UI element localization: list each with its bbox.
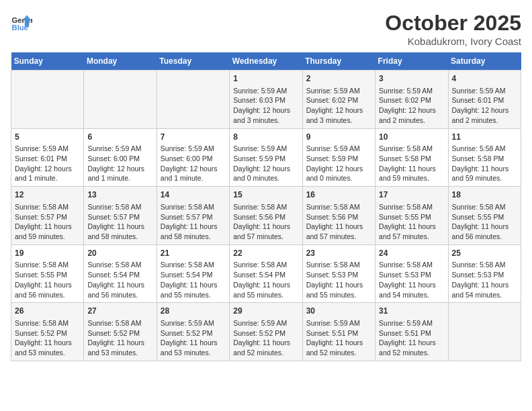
day-info: Sunrise: 5:58 AM <box>452 144 517 154</box>
weekday-header-wednesday: Wednesday <box>230 52 302 71</box>
calendar-cell: 13Sunrise: 5:58 AMSunset: 5:57 PMDayligh… <box>84 187 157 245</box>
day-number: 15 <box>233 189 298 201</box>
day-number: 27 <box>87 306 152 317</box>
day-info: Sunrise: 5:58 AM <box>87 202 152 212</box>
day-info: Sunset: 5:53 PM <box>452 270 517 280</box>
day-info: Daylight: 11 hours and 59 minutes. <box>15 222 80 241</box>
day-number: 11 <box>452 132 517 143</box>
day-info: Daylight: 12 hours and 3 minutes. <box>306 105 371 125</box>
day-info: Sunset: 6:00 PM <box>161 154 226 164</box>
day-info: Sunrise: 5:58 AM <box>306 202 371 212</box>
day-info: Sunset: 5:59 PM <box>306 154 371 164</box>
day-number: 25 <box>452 248 517 259</box>
day-info: Sunrise: 5:58 AM <box>233 260 298 270</box>
day-info: Sunset: 5:52 PM <box>15 328 80 338</box>
day-number: 31 <box>379 306 444 317</box>
day-info: Daylight: 12 hours and 1 minute. <box>87 164 152 183</box>
day-info: Sunset: 5:55 PM <box>15 270 80 280</box>
day-info: Sunset: 5:52 PM <box>161 328 226 338</box>
day-info: Daylight: 11 hours and 56 minutes. <box>452 222 517 241</box>
day-number: 19 <box>15 248 80 259</box>
calendar-cell: 5Sunrise: 5:59 AMSunset: 6:01 PMDaylight… <box>11 128 84 187</box>
calendar-cell: 27Sunrise: 5:58 AMSunset: 5:52 PMDayligh… <box>84 303 157 361</box>
day-info: Sunset: 5:59 PM <box>233 154 298 164</box>
day-info: Daylight: 11 hours and 54 minutes. <box>379 280 444 300</box>
day-info: Daylight: 11 hours and 59 minutes. <box>379 164 444 183</box>
day-info: Daylight: 11 hours and 52 minutes. <box>306 338 371 357</box>
day-info: Sunset: 5:53 PM <box>306 270 371 280</box>
calendar-cell: 11Sunrise: 5:58 AMSunset: 5:58 PMDayligh… <box>448 128 521 187</box>
day-number: 2 <box>306 73 371 85</box>
day-info: Sunrise: 5:59 AM <box>87 144 152 154</box>
day-info: Sunrise: 5:58 AM <box>379 202 444 212</box>
day-number: 18 <box>452 189 517 201</box>
logo: General Blue <box>11 11 32 32</box>
calendar-cell: 24Sunrise: 5:58 AMSunset: 5:53 PMDayligh… <box>375 244 448 303</box>
calendar-cell: 7Sunrise: 5:59 AMSunset: 6:00 PMDaylight… <box>157 128 229 187</box>
calendar-cell <box>448 303 521 361</box>
day-number: 10 <box>379 132 444 143</box>
day-info: Sunrise: 5:58 AM <box>87 260 152 270</box>
day-number: 1 <box>233 73 298 85</box>
calendar-cell: 9Sunrise: 5:59 AMSunset: 5:59 PMDaylight… <box>302 128 375 187</box>
title-block: October 2025 Kobadukrom, Ivory Coast <box>385 11 521 47</box>
day-info: Sunset: 6:01 PM <box>452 95 517 105</box>
calendar-cell: 26Sunrise: 5:58 AMSunset: 5:52 PMDayligh… <box>11 303 84 361</box>
calendar-cell: 25Sunrise: 5:58 AMSunset: 5:53 PMDayligh… <box>448 244 521 303</box>
day-info: Sunset: 5:54 PM <box>233 270 298 280</box>
calendar-cell: 1Sunrise: 5:59 AMSunset: 6:03 PMDaylight… <box>230 71 302 129</box>
day-info: Daylight: 11 hours and 52 minutes. <box>379 338 444 357</box>
day-info: Sunrise: 5:59 AM <box>233 86 298 96</box>
day-info: Daylight: 11 hours and 59 minutes. <box>452 164 517 183</box>
day-info: Daylight: 11 hours and 57 minutes. <box>306 222 371 241</box>
calendar-cell: 22Sunrise: 5:58 AMSunset: 5:54 PMDayligh… <box>230 244 302 303</box>
page-title: October 2025 <box>385 11 521 36</box>
day-info: Sunset: 5:52 PM <box>233 328 298 338</box>
weekday-header-sunday: Sunday <box>11 52 84 71</box>
calendar-cell: 29Sunrise: 5:59 AMSunset: 5:52 PMDayligh… <box>230 303 302 361</box>
day-info: Daylight: 11 hours and 53 minutes. <box>15 338 80 357</box>
day-number: 29 <box>233 306 298 317</box>
day-info: Daylight: 11 hours and 54 minutes. <box>452 280 517 300</box>
day-info: Daylight: 11 hours and 55 minutes. <box>233 280 298 300</box>
day-number: 8 <box>233 132 298 143</box>
day-info: Sunrise: 5:59 AM <box>306 144 371 154</box>
page-subtitle: Kobadukrom, Ivory Coast <box>385 36 521 47</box>
calendar-table: SundayMondayTuesdayWednesdayThursdayFrid… <box>11 52 521 361</box>
day-number: 6 <box>87 132 152 143</box>
day-info: Sunset: 5:55 PM <box>379 212 444 222</box>
calendar-cell: 30Sunrise: 5:59 AMSunset: 5:51 PMDayligh… <box>302 303 375 361</box>
day-info: Sunset: 5:56 PM <box>233 212 298 222</box>
calendar-week-3: 12Sunrise: 5:58 AMSunset: 5:57 PMDayligh… <box>11 187 521 245</box>
day-info: Sunset: 5:53 PM <box>379 270 444 280</box>
day-info: Sunrise: 5:58 AM <box>452 202 517 212</box>
day-number: 5 <box>15 132 80 143</box>
day-info: Sunrise: 5:58 AM <box>87 318 152 328</box>
calendar-week-2: 5Sunrise: 5:59 AMSunset: 6:01 PMDaylight… <box>11 128 521 187</box>
day-number: 7 <box>161 132 226 143</box>
day-number: 30 <box>306 306 371 317</box>
calendar-cell: 2Sunrise: 5:59 AMSunset: 6:02 PMDaylight… <box>302 71 375 129</box>
day-info: Sunset: 5:51 PM <box>379 328 444 338</box>
day-info: Sunset: 6:00 PM <box>87 154 152 164</box>
day-info: Sunset: 5:52 PM <box>87 328 152 338</box>
page-header: General Blue October 2025 Kobadukrom, Iv… <box>11 11 521 47</box>
weekday-header-friday: Friday <box>375 52 448 71</box>
day-info: Daylight: 12 hours and 0 minutes. <box>233 164 298 183</box>
day-info: Sunset: 5:51 PM <box>306 328 371 338</box>
weekday-header-tuesday: Tuesday <box>157 52 229 71</box>
day-info: Sunset: 5:57 PM <box>15 212 80 222</box>
calendar-cell: 12Sunrise: 5:58 AMSunset: 5:57 PMDayligh… <box>11 187 84 245</box>
day-number: 4 <box>452 73 517 85</box>
weekday-header-saturday: Saturday <box>448 52 521 71</box>
calendar-cell: 18Sunrise: 5:58 AMSunset: 5:55 PMDayligh… <box>448 187 521 245</box>
calendar-week-5: 26Sunrise: 5:58 AMSunset: 5:52 PMDayligh… <box>11 303 521 361</box>
day-info: Sunrise: 5:59 AM <box>379 318 444 328</box>
calendar-cell: 21Sunrise: 5:58 AMSunset: 5:54 PMDayligh… <box>157 244 229 303</box>
day-info: Sunrise: 5:58 AM <box>15 318 80 328</box>
calendar-cell: 8Sunrise: 5:59 AMSunset: 5:59 PMDaylight… <box>230 128 302 187</box>
day-info: Sunrise: 5:58 AM <box>379 144 444 154</box>
day-number: 22 <box>233 248 298 259</box>
day-info: Daylight: 11 hours and 53 minutes. <box>87 338 152 357</box>
logo-icon: General Blue <box>11 11 32 32</box>
